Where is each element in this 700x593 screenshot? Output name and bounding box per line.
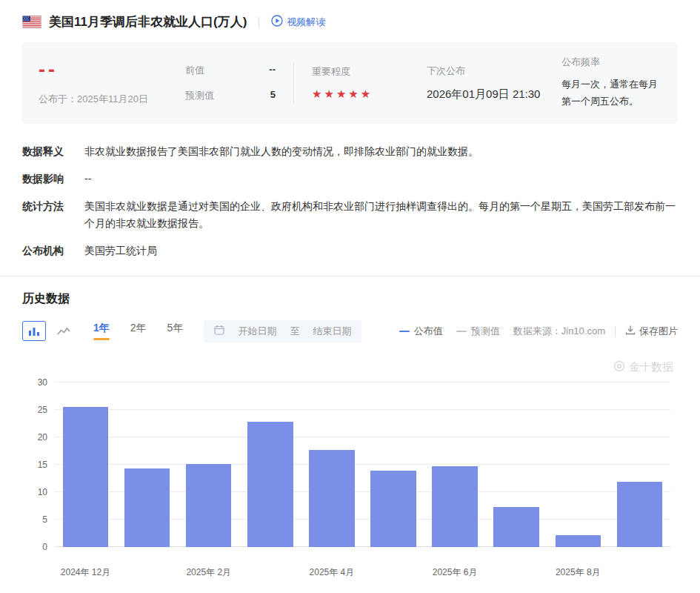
y-axis-tick-label: 10 <box>38 487 47 497</box>
y-axis-tick-label: 25 <box>38 405 47 415</box>
header: 美国11月季调后非农就业人口(万人) 视频解读 <box>0 0 700 30</box>
details-list: 数据释义 非农就业数据报告了美国非农部门就业人数的变动情况，即排除农业部门的就业… <box>22 143 678 259</box>
y-axis-tick-label: 20 <box>38 432 47 443</box>
start-date-field[interactable]: 开始日期 <box>238 325 276 338</box>
forecast-value: 5 <box>270 89 276 102</box>
x-axis-tick-label: 2024年 12月 <box>55 560 116 577</box>
published-date: 公布于：2025年11月20日 <box>39 93 185 106</box>
x-axis-tick-label <box>486 560 547 577</box>
previous-value: -- <box>269 64 276 77</box>
history-section-title: 历史数据 <box>22 291 678 307</box>
bar-slot <box>301 382 362 547</box>
detail-row-agency: 公布机构 美国劳工统计局 <box>22 242 678 259</box>
x-axis: 2024年 12月2025年 2月2025年 4月2025年 6月2025年 8… <box>55 560 670 577</box>
chart-legend: 公布值 预测值 <box>399 325 500 338</box>
x-axis-tick-label: 2025年 2月 <box>178 560 239 577</box>
video-explain-link[interactable]: 视频解读 <box>271 15 325 29</box>
bar-slot <box>55 382 116 547</box>
bar[interactable] <box>370 471 416 547</box>
detail-label: 统计方法 <box>22 198 84 232</box>
range-tab-1y[interactable]: 1年 <box>93 322 110 340</box>
legend-dash-published <box>399 331 410 332</box>
bar[interactable] <box>493 507 539 547</box>
bar-slot <box>116 382 178 547</box>
x-axis-tick-label: 2025年 8月 <box>547 560 609 577</box>
page: 美国11月季调后非农就业人口(万人) 视频解读 -- 公布于：2025年11月2… <box>0 0 700 578</box>
x-axis-tick-label: 2025年 4月 <box>301 560 362 577</box>
page-title: 美国11月季调后非农就业人口(万人) <box>49 13 247 30</box>
y-axis-tick-label: 30 <box>38 377 47 388</box>
forecast-row: 预测值 5 <box>185 89 276 102</box>
detail-label: 数据影响 <box>22 170 84 188</box>
detail-row-definition: 数据释义 非农就业数据报告了美国非农部门就业人数的变动情况，即排除农业部门的就业… <box>22 143 678 160</box>
plot-area <box>55 382 670 547</box>
importance-stars: ★★★★★ <box>312 87 427 101</box>
bar-chart-view-button[interactable] <box>22 321 46 341</box>
bar[interactable] <box>63 407 108 547</box>
download-icon <box>625 325 636 337</box>
legend-item-forecast[interactable]: 预测值 <box>456 325 500 338</box>
detail-label: 公布机构 <box>22 242 84 259</box>
detail-value: 美国非农就业数据是通过对美国的企业、政府机构和非农业部门进行抽样调查得出的。每月… <box>84 198 678 232</box>
vertical-divider <box>293 62 294 104</box>
previous-label: 前值 <box>185 64 204 77</box>
legend-label: 预测值 <box>471 325 500 338</box>
bars-row <box>55 382 670 547</box>
detail-row-impact: 数据影响 -- <box>22 170 678 188</box>
line-chart-icon <box>57 326 70 337</box>
date-range-picker[interactable]: 开始日期 至 结束日期 <box>204 320 361 342</box>
x-axis-tick-label <box>239 560 301 577</box>
current-value: -- <box>39 60 185 80</box>
bar-chart-icon <box>28 326 40 337</box>
bar-slot <box>486 382 547 547</box>
bar[interactable] <box>309 450 354 547</box>
forecast-label: 预测值 <box>185 89 214 102</box>
frequency-label: 公布频率 <box>561 56 661 69</box>
date-range-to-label: 至 <box>290 325 299 338</box>
bar[interactable] <box>432 466 477 547</box>
save-image-label: 保存图片 <box>639 325 678 338</box>
save-image-button[interactable]: 保存图片 <box>625 325 678 338</box>
current-value-block: -- 公布于：2025年11月20日 <box>39 60 185 106</box>
bar[interactable] <box>186 464 231 547</box>
legend-dash-forecast <box>456 331 467 332</box>
y-axis: 051015202530 <box>22 382 47 547</box>
x-axis-tick-label <box>362 560 424 577</box>
x-axis-tick-label: 2025年 6月 <box>424 560 486 577</box>
previous-row: 前值 -- <box>185 64 276 77</box>
bar[interactable] <box>617 482 662 547</box>
detail-label: 数据释义 <box>22 143 84 160</box>
prev-forecast-block: 前值 -- 预测值 5 <box>185 64 276 102</box>
toolbar-separator <box>615 326 616 336</box>
bar[interactable] <box>247 422 293 547</box>
range-tabs: 1年 2年 5年 <box>93 322 183 340</box>
line-chart-view-button[interactable] <box>52 321 76 341</box>
history-chart: 金十数据 051015202530 2024年 12月2025年 2月2025年… <box>22 354 678 578</box>
us-flag-icon <box>22 16 41 28</box>
detail-value: 非农就业数据报告了美国非农部门就业人数的变动情况，即排除农业部门的就业数据。 <box>84 143 479 160</box>
data-source-text: 数据来源：Jin10.com <box>513 325 605 338</box>
next-release-label: 下次公布 <box>427 64 561 78</box>
legend-label: 公布值 <box>414 325 443 338</box>
bar-slot <box>178 382 239 547</box>
range-tab-2y[interactable]: 2年 <box>130 322 147 340</box>
y-axis-tick-label: 5 <box>42 514 47 525</box>
bar[interactable] <box>556 535 601 547</box>
legend-item-published[interactable]: 公布值 <box>399 325 443 338</box>
range-tab-5y[interactable]: 5年 <box>167 322 184 340</box>
bar-slot <box>609 382 670 547</box>
end-date-field[interactable]: 结束日期 <box>313 325 351 338</box>
detail-row-method: 统计方法 美国非农就业数据是通过对美国的企业、政府机构和非农业部门进行抽样调查得… <box>22 198 678 232</box>
detail-value: 美国劳工统计局 <box>84 242 157 259</box>
x-axis-tick-label <box>116 560 178 577</box>
detail-value: -- <box>84 170 91 188</box>
section-divider <box>0 276 700 276</box>
play-circle-icon <box>271 15 283 29</box>
summary-box: -- 公布于：2025年11月20日 前值 -- 预测值 5 重要程度 ★★★★… <box>22 42 678 124</box>
video-explain-label: 视频解读 <box>287 16 325 29</box>
jin10-logo-icon <box>613 360 625 374</box>
watermark: 金十数据 <box>613 360 673 374</box>
bar[interactable] <box>124 468 170 547</box>
bar-slot <box>239 382 301 547</box>
watermark-text: 金十数据 <box>629 360 673 374</box>
